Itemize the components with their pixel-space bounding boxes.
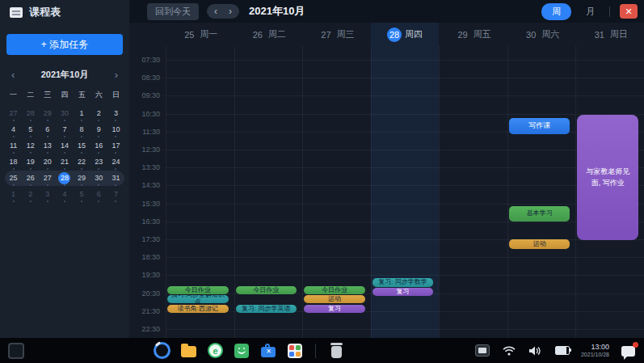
week-strip-day[interactable]: 25周一 <box>166 23 234 46</box>
prev-week-icon[interactable]: ‹ <box>214 6 217 16</box>
event-pill[interactable]: 运动 <box>304 295 365 303</box>
mini-calendar-day[interactable]: 15 <box>74 140 90 152</box>
mini-calendar-day[interactable]: 16 <box>90 140 107 152</box>
event-pill[interactable]: 今日作业 <box>167 286 229 294</box>
event-pill[interactable]: 写作课 <box>509 118 570 134</box>
browser-icon[interactable] <box>205 341 225 361</box>
mini-calendar-day-number: 5 <box>24 124 36 136</box>
mini-calendar-day[interactable]: 24 <box>107 156 124 168</box>
mini-calendar-day[interactable]: 5 <box>22 124 39 136</box>
mini-calendar-day[interactable]: 28 <box>22 108 39 120</box>
mini-calendar-day[interactable]: 11 <box>5 140 22 152</box>
mini-calendar-day[interactable]: 10 <box>107 124 124 136</box>
mini-calendar-day[interactable]: 6 <box>39 124 56 136</box>
week-view-button[interactable]: 周 <box>541 3 571 20</box>
mini-calendar-day[interactable]: 19 <box>22 156 39 168</box>
mini-calendar-day[interactable]: 2 <box>90 108 107 120</box>
mini-calendar-day[interactable]: 8 <box>74 124 90 136</box>
files-icon[interactable] <box>179 341 198 361</box>
mini-calendar-day[interactable]: 28 <box>56 172 73 184</box>
week-strip-day[interactable]: 27周三 <box>302 23 371 46</box>
taskbar-clock[interactable]: 13:00 2021/10/28 <box>581 343 609 357</box>
mini-calendar-day[interactable]: 29 <box>39 108 56 120</box>
close-button[interactable]: ✕ <box>620 4 638 19</box>
mini-calendar-day[interactable]: 3 <box>39 188 56 200</box>
mini-calendar-day[interactable]: 3 <box>107 108 124 120</box>
week-strip-day[interactable]: 28周四 <box>371 23 440 46</box>
event-pill[interactable]: 复习: 同步学数学 <box>373 278 434 287</box>
mini-calendar-day[interactable]: 4 <box>56 188 73 200</box>
launcher-icon[interactable] <box>6 341 26 361</box>
event-pill[interactable]: 今日作业 <box>304 286 365 294</box>
wifi-icon[interactable] <box>499 341 519 361</box>
back-to-today-button[interactable]: 回到今天 <box>147 3 199 20</box>
mini-calendar-day[interactable]: 1 <box>5 188 22 200</box>
week-strip-day[interactable]: 30周六 <box>507 23 576 46</box>
mini-calendar-day[interactable]: 20 <box>39 156 56 168</box>
mini-calendar-day[interactable]: 2 <box>22 188 39 200</box>
event-pill[interactable]: 运动 <box>509 239 570 249</box>
screenshot-icon[interactable] <box>473 341 492 361</box>
task-dot <box>47 200 48 202</box>
current-month-label: 2021年10月 <box>249 4 305 19</box>
mini-calendar-day[interactable]: 29 <box>74 172 90 184</box>
event-pill[interactable]: 与家教老师见面, 写作业 <box>577 115 638 240</box>
dictionary-icon[interactable] <box>232 341 251 361</box>
mini-calendar-day[interactable]: 21 <box>56 156 73 168</box>
next-week-icon[interactable]: › <box>229 6 232 16</box>
mini-calendar-day[interactable]: 25 <box>5 172 22 184</box>
week-strip-day[interactable]: 31周日 <box>575 23 644 46</box>
time-label: 14:30 <box>129 181 160 189</box>
mini-calendar-day[interactable]: 23 <box>90 156 107 168</box>
add-task-button[interactable]: + 添加任务 <box>6 34 123 55</box>
month-view-button[interactable]: 月 <box>581 5 600 19</box>
mini-calendar-day[interactable]: 7 <box>107 188 124 200</box>
mini-calendar-day[interactable]: 4 <box>5 124 22 136</box>
battery-icon[interactable] <box>553 341 572 361</box>
event-pill[interactable]: 基本学习 <box>509 206 570 222</box>
search-icon[interactable] <box>152 341 171 361</box>
mini-calendar-day[interactable]: 14 <box>56 140 73 152</box>
mini-calendar-day[interactable]: 27 <box>39 172 56 184</box>
mini-calendar-day[interactable]: 18 <box>5 156 22 168</box>
mini-calendar-day[interactable]: 13 <box>39 140 56 152</box>
messages-icon[interactable] <box>618 341 638 361</box>
hour-line <box>166 239 644 240</box>
event-pill[interactable]: 复习 <box>373 288 434 296</box>
app-grid-icon[interactable] <box>285 341 305 361</box>
toolbox-icon[interactable] <box>259 341 278 361</box>
week-strip-day[interactable]: 29周五 <box>439 23 507 46</box>
mini-calendar-day[interactable]: 12 <box>22 140 39 152</box>
mini-calendar-day-number: 16 <box>93 140 105 152</box>
day-label: 周一 <box>200 28 217 40</box>
event-pill[interactable]: 预习:同步全解知识点 <box>167 295 229 303</box>
mini-calendar-day[interactable]: 5 <box>74 188 90 200</box>
volume-icon[interactable] <box>526 341 545 361</box>
mini-calendar-day[interactable]: 9 <box>90 124 107 136</box>
mini-calendar-day[interactable]: 7 <box>56 124 73 136</box>
event-pill[interactable]: 复习: 同步学英语 <box>236 305 297 313</box>
task-dot <box>30 152 32 154</box>
mini-calendar-day[interactable]: 30 <box>56 108 73 120</box>
day-label: 周六 <box>541 28 559 40</box>
week-strip-day[interactable]: 26周二 <box>234 23 303 46</box>
mini-calendar-day[interactable]: 27 <box>5 108 22 120</box>
chevron-left-icon[interactable]: ‹ <box>11 70 15 80</box>
hour-line <box>166 114 644 115</box>
mini-calendar-week-row: 11121314151617 <box>5 138 124 154</box>
event-pill[interactable]: 复习 <box>304 305 365 313</box>
chevron-right-icon[interactable]: › <box>115 70 118 80</box>
mini-calendar-day[interactable]: 1 <box>74 108 90 120</box>
task-dot <box>115 200 116 202</box>
mini-calendar-day-number: 3 <box>110 108 122 120</box>
event-pill[interactable]: 读书角:西游记 <box>167 305 229 313</box>
mini-calendar-day[interactable]: 26 <box>22 172 39 184</box>
mini-calendar-day[interactable]: 6 <box>90 188 107 200</box>
mini-calendar-day[interactable]: 22 <box>74 156 90 168</box>
schedule-grid[interactable]: 07:3008:3009:3010:3011:3012:3013:3014:30… <box>129 46 644 338</box>
mini-calendar-day[interactable]: 30 <box>90 172 107 184</box>
mini-calendar-day[interactable]: 31 <box>107 172 124 184</box>
event-pill[interactable]: 今日作业 <box>236 286 297 294</box>
trash-icon[interactable] <box>326 341 346 361</box>
mini-calendar-day[interactable]: 17 <box>107 140 124 152</box>
